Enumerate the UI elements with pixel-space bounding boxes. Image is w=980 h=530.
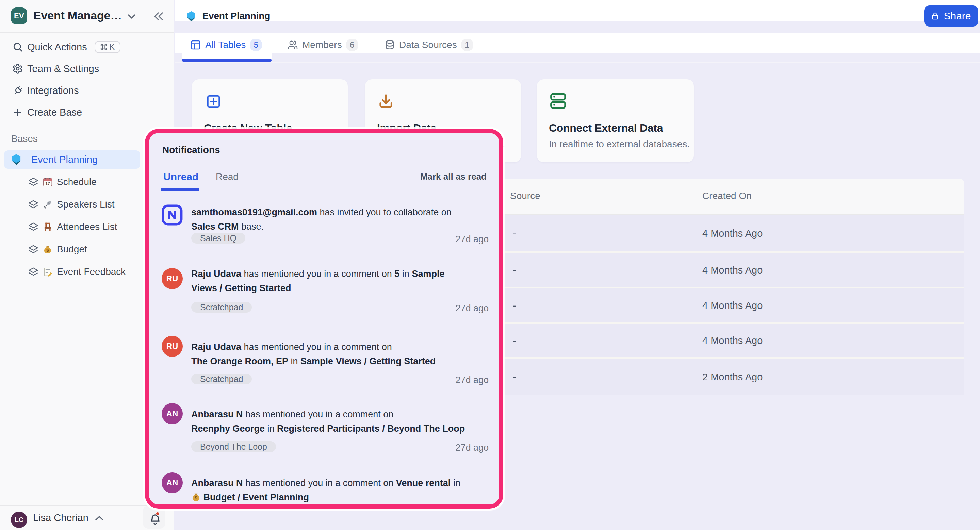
svg-text:$: $ (195, 495, 197, 500)
svg-text:$: $ (46, 248, 49, 253)
svg-text:17: 17 (45, 181, 50, 186)
